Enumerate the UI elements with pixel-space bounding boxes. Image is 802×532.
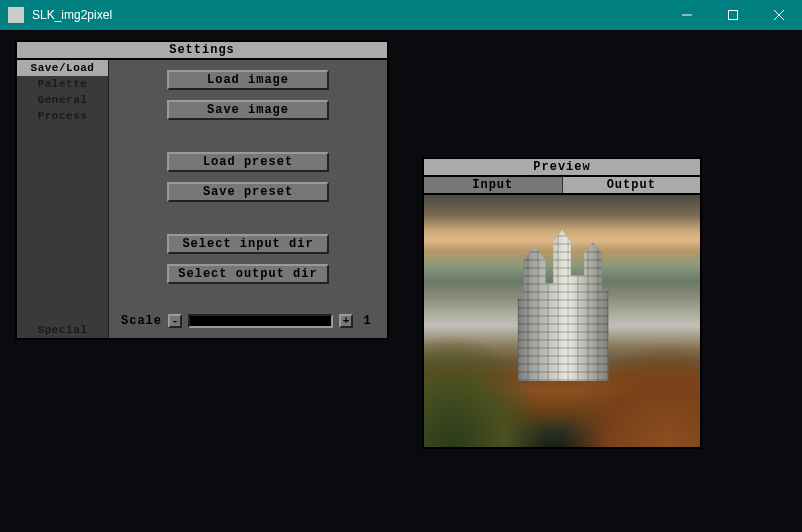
svg-rect-1 [729,11,738,20]
settings-panel: Settings Save/Load Palette General Proce… [15,40,389,340]
close-button[interactable] [756,0,802,30]
sidebar-item-special[interactable]: Special [17,322,108,338]
tab-input[interactable]: Input [424,177,563,193]
save-image-button[interactable]: Save image [167,100,329,120]
minimize-button[interactable] [664,0,710,30]
window-controls [664,0,802,30]
preview-title: Preview [424,159,700,177]
sidebar-item-saveload[interactable]: Save/Load [17,60,108,76]
sidebar-spacer [17,124,108,322]
settings-body: Save/Load Palette General Process Specia… [17,60,387,338]
gap [121,212,375,224]
scale-decrement-button[interactable]: - [168,314,182,328]
preview-castle [507,230,617,381]
load-preset-button[interactable]: Load preset [167,152,329,172]
select-output-dir-button[interactable]: Select output dir [167,264,329,284]
titlebar: SLK_img2pixel [0,0,802,30]
save-preset-button[interactable]: Save preset [167,182,329,202]
settings-title: Settings [17,42,387,60]
scale-row: Scale - + 1 [121,314,375,328]
preview-panel: Preview Input Output [422,157,702,449]
preview-image [424,195,700,447]
sidebar-item-process[interactable]: Process [17,108,108,124]
settings-sidebar: Save/Load Palette General Process Specia… [17,60,109,338]
window-title: SLK_img2pixel [32,8,664,22]
scale-slider[interactable] [188,314,333,328]
content-area: Settings Save/Load Palette General Proce… [0,30,802,532]
scale-label: Scale [121,314,162,328]
preview-tabs: Input Output [424,177,700,195]
settings-main: Load image Save image Load preset Save p… [109,60,387,338]
scale-value: 1 [359,314,375,328]
select-input-dir-button[interactable]: Select input dir [167,234,329,254]
tab-output[interactable]: Output [563,177,701,193]
scale-increment-button[interactable]: + [339,314,353,328]
gap [121,130,375,142]
app-icon [8,7,24,23]
maximize-button[interactable] [710,0,756,30]
load-image-button[interactable]: Load image [167,70,329,90]
sidebar-item-general[interactable]: General [17,92,108,108]
sidebar-item-palette[interactable]: Palette [17,76,108,92]
